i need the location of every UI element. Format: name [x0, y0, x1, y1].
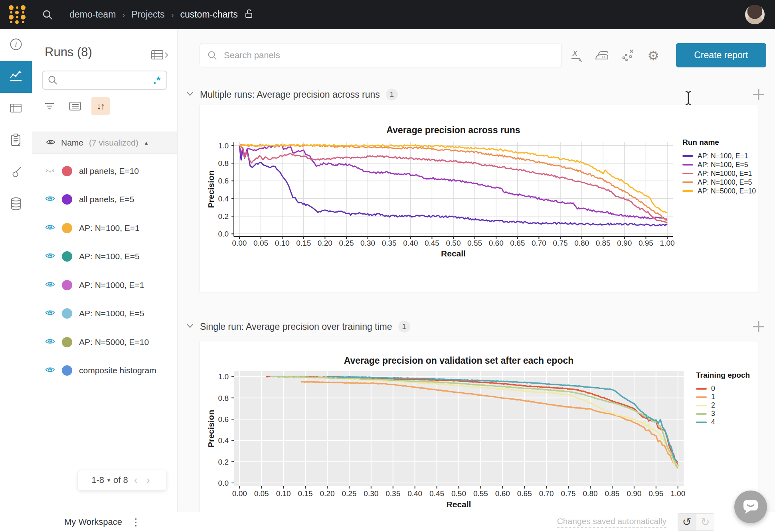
eye-closed-icon[interactable] [45, 167, 55, 175]
run-row[interactable]: AP: N=5000, E=10 [32, 328, 177, 357]
legend-swatch [682, 173, 693, 174]
run-name[interactable]: AP: N=100, E=1 [79, 223, 140, 233]
eye-open-icon[interactable] [45, 252, 55, 261]
run-row[interactable]: all panels, E=10 [32, 157, 177, 185]
search-icon[interactable] [42, 9, 53, 21]
svg-text:0.15: 0.15 [298, 489, 313, 498]
rail-item-artifacts[interactable] [0, 189, 32, 221]
history-buttons: ↺ ↻ [678, 513, 714, 531]
chevron-down-icon[interactable] [186, 323, 194, 330]
run-row[interactable]: AP: N=100, E=5 [32, 242, 177, 271]
chevron-down-icon[interactable] [186, 91, 194, 98]
svg-text:0.05: 0.05 [253, 239, 268, 247]
rail-item-tables[interactable] [0, 93, 32, 125]
svg-text:0.00: 0.00 [232, 239, 247, 247]
create-report-button[interactable]: Create report [676, 43, 766, 67]
svg-text:0.60: 0.60 [489, 239, 504, 247]
add-panel-button[interactable] [751, 319, 766, 334]
legend-swatch [696, 405, 707, 406]
svg-text:0.80: 0.80 [583, 489, 598, 498]
svg-text:0.4: 0.4 [218, 436, 229, 445]
legend-title: Training epoch [696, 371, 772, 380]
regex-toggle[interactable]: .* [153, 75, 161, 86]
eye-open-icon[interactable] [45, 309, 55, 318]
runs-name-header[interactable]: Name (7 visualized) ▴ [32, 132, 177, 154]
run-color-dot [62, 308, 72, 319]
clipboard-icon [9, 133, 23, 149]
panel-search-input[interactable] [223, 50, 561, 61]
rail-item-reports[interactable] [0, 125, 32, 157]
breadcrumb-project-name[interactable]: custom-charts [180, 9, 237, 20]
user-avatar[interactable] [745, 5, 765, 24]
run-search-input[interactable] [61, 75, 153, 85]
run-name[interactable]: all panels, E=5 [79, 195, 134, 204]
run-row[interactable]: composite histogram [32, 357, 177, 385]
group-runs-button[interactable] [66, 97, 84, 115]
run-row[interactable]: all panels, E=5 [32, 185, 177, 214]
autosave-status[interactable]: Changes saved automatically [557, 516, 666, 528]
run-row[interactable]: AP: N=1000, E=5 [32, 299, 177, 328]
svg-text:0.35: 0.35 [382, 239, 397, 247]
svg-text:1.0: 1.0 [218, 142, 229, 150]
runs-table-expand-button[interactable] [151, 49, 168, 61]
rail-item-sweeps[interactable] [0, 157, 32, 189]
workspace-selector[interactable]: My Workspace [64, 517, 122, 527]
run-name[interactable]: AP: N=1000, E=5 [79, 309, 144, 318]
undo-button[interactable]: ↺ [678, 513, 696, 531]
page-range[interactable]: 1-8 [91, 475, 104, 485]
runs-list: all panels, E=10all panels, E=5AP: N=100… [32, 157, 177, 385]
svg-text:0.50: 0.50 [446, 239, 461, 247]
breadcrumb-projects[interactable]: Projects [131, 9, 164, 20]
svg-text:0.45: 0.45 [429, 489, 444, 498]
redo-button[interactable]: ↻ [696, 513, 714, 531]
eye-open-icon[interactable] [45, 224, 55, 233]
rail-item-charts[interactable] [0, 61, 32, 93]
eye-open-icon[interactable] [45, 366, 55, 375]
svg-text:0.05: 0.05 [254, 489, 269, 498]
run-row[interactable]: AP: N=1000, E=1 [32, 271, 177, 299]
legend-label: 1 [711, 393, 715, 401]
run-name[interactable]: all panels, E=10 [79, 166, 139, 176]
eye-open-icon[interactable] [45, 195, 55, 204]
section-header-single-run[interactable]: Single run: Average precision over train… [186, 319, 410, 335]
eye-open-icon[interactable] [45, 338, 55, 347]
run-name[interactable]: AP: N=1000, E=1 [79, 280, 144, 290]
svg-text:x: x [572, 48, 578, 58]
next-page-button[interactable]: › [144, 475, 153, 486]
smoothing-iron-icon[interactable] [594, 47, 611, 64]
legend-entry: AP: N=1000, E=1 [682, 169, 758, 178]
run-row[interactable]: AP: N=100, E=1 [32, 214, 177, 242]
unlock-icon [244, 8, 254, 21]
add-panel-button[interactable] [751, 87, 766, 102]
rail-item-overview[interactable]: i [0, 29, 32, 61]
chart-panel-average-precision-per-epoch[interactable]: 0.000.050.100.150.200.250.300.350.400.45… [199, 341, 758, 532]
svg-text:Recall: Recall [441, 249, 466, 258]
legend-swatch [682, 164, 693, 166]
sort-runs-button[interactable]: ↓↑ [91, 97, 110, 115]
outliers-scatter-icon[interactable] [619, 47, 636, 64]
run-name[interactable]: AP: N=5000, E=10 [79, 337, 149, 347]
legend-entry: AP: N=100, E=1 [682, 152, 758, 160]
wandb-logo[interactable] [8, 5, 26, 24]
section-header-multiple-runs[interactable]: Multiple runs: Average precision across … [186, 87, 398, 102]
svg-text:0.90: 0.90 [617, 239, 632, 247]
left-icon-rail: i [0, 29, 32, 532]
run-name[interactable]: composite histogram [79, 366, 156, 375]
prev-page-button[interactable]: ‹ [131, 475, 140, 486]
x-axis-settings-icon[interactable]: x [568, 47, 585, 64]
text-cursor [684, 90, 693, 108]
svg-text:0.15: 0.15 [296, 239, 311, 247]
run-color-dot [62, 166, 72, 176]
kebab-menu-icon[interactable]: ⋮ [131, 517, 141, 527]
breadcrumb-team[interactable]: demo-team [69, 9, 116, 20]
eye-open-icon[interactable] [45, 281, 55, 290]
help-chat-button[interactable] [734, 491, 767, 523]
chart-panel-average-precision-across-runs[interactable]: 0.000.050.100.150.200.250.300.350.400.45… [199, 105, 758, 292]
run-name[interactable]: AP: N=100, E=5 [79, 252, 140, 261]
page-size-caret-icon[interactable]: ▾ [107, 477, 110, 483]
legend-label: 4 [711, 418, 715, 426]
bottom-bar: My Workspace ⋮ Changes saved automatical… [0, 512, 775, 532]
filter-runs-button[interactable] [40, 97, 59, 115]
svg-text:0.40: 0.40 [403, 239, 418, 247]
settings-gear-icon[interactable]: ⚙ [645, 47, 662, 64]
